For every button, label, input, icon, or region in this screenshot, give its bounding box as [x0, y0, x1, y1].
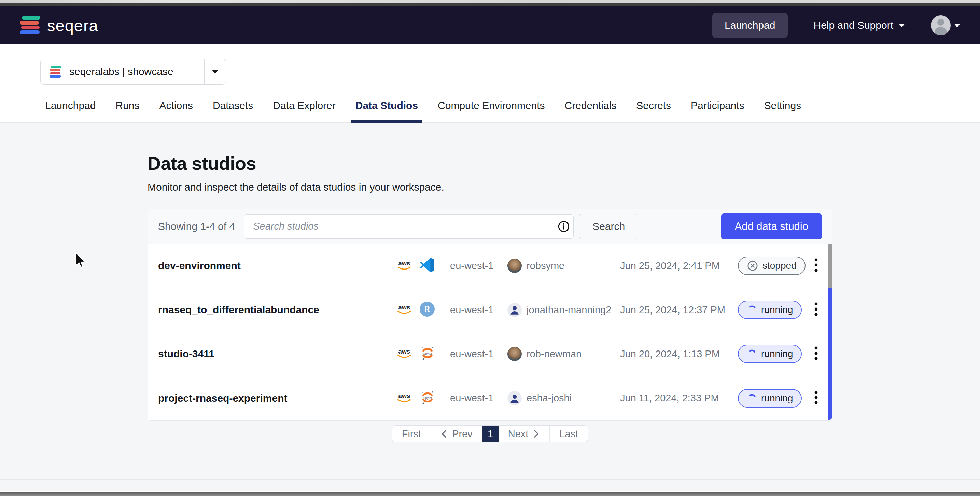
svg-text:aws: aws [398, 304, 410, 311]
tab-actions[interactable]: Actions [155, 100, 197, 123]
status-label: running [761, 393, 793, 404]
add-data-studio-button[interactable]: Add data studio [721, 214, 822, 239]
tab-participants[interactable]: Participants [687, 100, 748, 123]
jupyter-icon: jupyter [419, 389, 436, 406]
pagination-last[interactable]: Last [550, 426, 588, 442]
created-date: Jun 20, 2024, 1:13 PM [620, 348, 738, 360]
table-row[interactable]: project-rnaseq-experiment aws jupyter eu… [148, 376, 832, 420]
status-label: stopped [762, 260, 797, 271]
created-date: Jun 25, 2024, 12:37 PM [620, 305, 738, 316]
chevron-down-icon [212, 70, 218, 74]
user-avatar-icon [508, 391, 522, 405]
tab-runs[interactable]: Runs [111, 100, 143, 123]
launchpad-button[interactable]: Launchpad [712, 13, 788, 38]
tab-launchpad[interactable]: Launchpad [41, 100, 100, 123]
studio-name[interactable]: studio-3411 [158, 348, 395, 360]
table-row[interactable]: rnaseq_to_differentialabundance aws R eu… [148, 288, 832, 332]
status-icon [747, 260, 758, 271]
tab-settings[interactable]: Settings [760, 100, 805, 123]
pagination-current-page[interactable]: 1 [482, 426, 498, 442]
user-name: jonathan-manning2 [527, 305, 611, 316]
pagination-first[interactable]: First [392, 426, 431, 442]
user-avatar-photo [508, 258, 522, 273]
user-cell: robsyme [508, 258, 620, 273]
status-icon [747, 349, 757, 359]
subheader: seqeralabs | showcase LaunchpadRunsActio… [0, 45, 980, 123]
svg-text:jupyter: jupyter [422, 396, 432, 399]
row-menu-button[interactable] [810, 344, 822, 364]
help-and-support-menu[interactable]: Help and Support [814, 19, 905, 31]
environment-icons: aws jupyter [395, 389, 450, 407]
row-menu-button[interactable] [810, 255, 822, 276]
browser-edge-top [0, 0, 980, 3]
search-input-group [244, 214, 574, 239]
scrollbar-track-highlight [828, 288, 832, 420]
pagination-prev[interactable]: Prev [431, 426, 482, 442]
environment-icons: aws [395, 257, 450, 274]
workspace-logo-icon [49, 66, 62, 78]
region-label: eu-west-1 [450, 305, 508, 316]
table-rows: dev-environment aws eu-west-1 robsyme Ju… [148, 244, 832, 420]
studio-name[interactable]: rnaseq_to_differentialabundance [158, 304, 395, 316]
browser-edge-shadow [0, 3, 980, 6]
workspace-tabs: LaunchpadRunsActionsDatasetsData Explore… [0, 85, 980, 123]
created-date: Jun 11, 2024, 2:33 PM [620, 392, 738, 404]
workspace-caret-button[interactable] [205, 70, 226, 74]
kebab-icon [814, 301, 818, 317]
tab-secrets[interactable]: Secrets [632, 100, 675, 123]
user-cell: rob-newman [508, 347, 620, 361]
page-subtitle: Monitor and inspect the details of data … [148, 182, 980, 193]
help-and-support-label: Help and Support [814, 19, 894, 31]
status-label: running [761, 305, 793, 315]
user-cell: jonathan-manning2 [508, 303, 620, 317]
seqera-logo[interactable]: seqera [20, 15, 98, 35]
status-cell: stopped [738, 257, 805, 275]
search-input[interactable] [244, 215, 554, 238]
tab-data-explorer[interactable]: Data Explorer [269, 100, 339, 123]
region-label: eu-west-1 [450, 392, 508, 404]
region-label: eu-west-1 [450, 348, 508, 360]
table-row[interactable]: studio-3411 aws jupyter eu-west-1 rob-ne… [148, 332, 832, 376]
status-cell: running [738, 344, 802, 363]
tab-credentials[interactable]: Credentials [561, 100, 621, 123]
user-cell: esha-joshi [508, 391, 620, 405]
vscode-icon [419, 257, 435, 273]
table-row[interactable]: dev-environment aws eu-west-1 robsyme Ju… [148, 244, 832, 288]
avatar [931, 15, 951, 35]
status-cell: running [738, 301, 802, 319]
row-menu-button[interactable] [810, 388, 822, 408]
status-icon [747, 305, 757, 315]
search-button[interactable]: Search [579, 214, 638, 239]
scrollbar[interactable] [828, 244, 832, 420]
seqera-logo-icon [20, 15, 41, 35]
scrollbar-thumb[interactable] [828, 244, 832, 288]
user-avatar-photo [508, 347, 522, 361]
svg-text:jupyter: jupyter [422, 352, 432, 355]
page-title: Data studios [148, 153, 980, 174]
studio-name[interactable]: project-rnaseq-experiment [158, 392, 395, 404]
search-info-button[interactable] [554, 215, 573, 238]
kebab-icon [814, 390, 818, 405]
jupyter-icon: jupyter [419, 345, 436, 361]
pagination-next[interactable]: Next [498, 426, 550, 442]
info-icon [558, 220, 570, 233]
svg-text:aws: aws [398, 392, 410, 399]
user-name: robsyme [527, 260, 565, 271]
tab-compute-environments[interactable]: Compute Environments [434, 100, 549, 123]
row-menu-button[interactable] [810, 300, 822, 320]
studio-name[interactable]: dev-environment [158, 260, 395, 271]
user-menu[interactable] [931, 15, 960, 35]
tab-datasets[interactable]: Datasets [208, 100, 257, 123]
chevron-left-icon [441, 429, 448, 438]
status-badge: running [738, 301, 802, 319]
pagination-prev-label: Prev [452, 428, 473, 440]
svg-text:aws: aws [398, 260, 410, 267]
svg-text:R: R [424, 305, 431, 314]
svg-text:aws: aws [398, 348, 410, 355]
user-name: esha-joshi [527, 392, 572, 404]
environment-icons: aws jupyter [395, 345, 450, 363]
region-label: eu-west-1 [450, 260, 508, 271]
tab-data-studios[interactable]: Data Studios [352, 100, 422, 123]
workspace-selector[interactable]: seqeralabs | showcase [40, 59, 226, 85]
aws-icon: aws [395, 303, 414, 316]
